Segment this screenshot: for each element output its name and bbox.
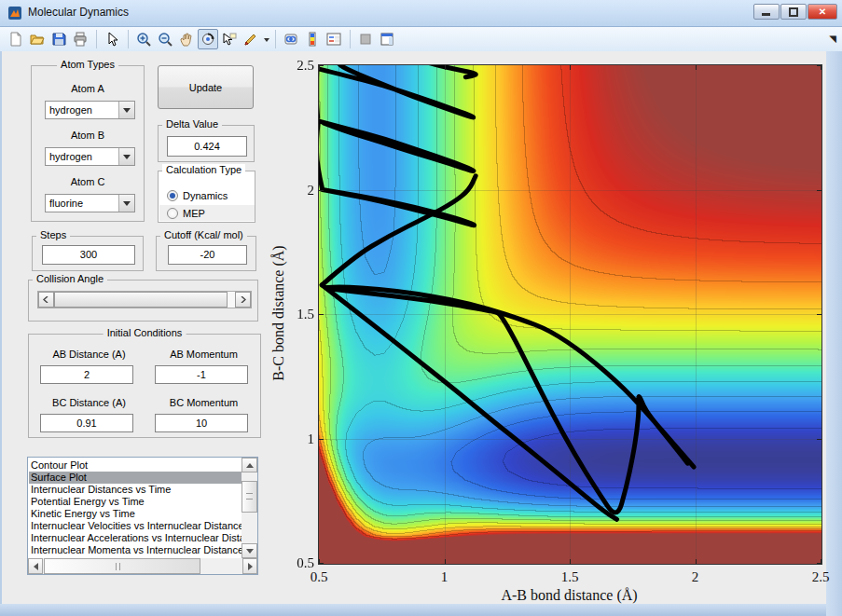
list-item[interactable]: Internuclear Velocities vs Internuclear …	[29, 520, 242, 532]
radio-mep-label: MEP	[183, 208, 205, 219]
init-label-1: AB Momentum	[155, 349, 253, 360]
x-tick-label: 0.5	[308, 569, 330, 585]
slider-left-arrow[interactable]	[38, 292, 54, 308]
delta-value-panel: Delta Value 0.424	[158, 125, 255, 162]
list-item[interactable]: Internuclear Momenta vs Internuclear Dis…	[29, 544, 242, 556]
y-tick-right	[817, 65, 821, 66]
atom-c-dropdown[interactable]: fluorine	[45, 194, 135, 212]
collision-angle-slider[interactable]	[37, 291, 252, 308]
toolbar-separator	[275, 30, 276, 48]
atom-b-label: Atom B	[32, 130, 144, 141]
brush-caret-icon[interactable]	[262, 29, 270, 49]
close-button[interactable]: ✕	[807, 4, 837, 20]
y-axis-label: B-C bond distance (Å)	[270, 245, 287, 380]
vertical-scrollbar[interactable]	[242, 458, 257, 558]
x-tick-top	[570, 65, 571, 70]
plot-area	[318, 64, 822, 565]
initial-conditions-title: Initial Conditions	[104, 327, 186, 338]
list-item[interactable]: Surface Plot	[29, 472, 242, 484]
y-tick-right	[817, 190, 821, 191]
radio-mep[interactable]	[167, 208, 178, 219]
dropdown-arrow-icon[interactable]	[118, 148, 134, 165]
list-item[interactable]: Contour Plot	[29, 459, 242, 472]
atom-b-dropdown[interactable]: hydrogen	[45, 147, 135, 166]
x-tick	[696, 559, 697, 564]
scroll-up-icon[interactable]	[242, 458, 257, 472]
list-item[interactable]: Potential Energy vs Time	[29, 496, 242, 508]
rotate-3d-icon[interactable]	[198, 29, 218, 49]
steps-panel: Steps 300	[32, 236, 144, 271]
x-tick-top	[696, 65, 697, 70]
init-field-2[interactable]: 0.91	[40, 414, 133, 432]
x-tick-label: 1.5	[559, 569, 581, 585]
steps-title: Steps	[36, 229, 70, 240]
slider-right-arrow[interactable]	[235, 292, 251, 308]
insert-legend-icon[interactable]	[324, 29, 344, 49]
cutoff-field[interactable]: -20	[168, 245, 247, 265]
scroll-left-icon[interactable]	[28, 558, 43, 574]
open-file-icon[interactable]	[27, 29, 48, 49]
delta-value-title: Delta Value	[162, 118, 222, 130]
brush-icon[interactable]	[241, 29, 261, 49]
minimize-button[interactable]	[753, 4, 780, 20]
list-item[interactable]: Kinetic Energy vs Time	[29, 508, 242, 520]
plot-type-listbox[interactable]: Contour PlotSurface PlotInternuclear Dis…	[27, 457, 258, 575]
y-tick-right	[817, 314, 821, 315]
collision-angle-title: Collision Angle	[33, 273, 107, 284]
scroll-down-icon[interactable]	[242, 543, 257, 558]
calculation-type-title: Calculation Type	[162, 164, 245, 175]
radio-dynamics-label: Dynamics	[183, 190, 228, 201]
maximize-button[interactable]	[780, 4, 807, 20]
toolbar-separator	[128, 30, 129, 48]
show-plot-tools-icon[interactable]	[377, 29, 397, 49]
radio-dynamics[interactable]	[167, 190, 178, 201]
toolbar-overflow-icon[interactable]: ◥	[829, 34, 836, 44]
save-icon[interactable]	[48, 29, 69, 49]
x-tick	[570, 559, 571, 564]
cutoff-title: Cutoff (Kcal/ mol)	[160, 229, 247, 240]
hide-plot-tools-icon[interactable]	[355, 29, 376, 49]
list-item[interactable]: Internuclear Distances vs Time	[29, 484, 242, 496]
calculation-type-panel: Calculation Type DynamicsMEP	[158, 171, 255, 223]
zoom-in-icon[interactable]	[133, 29, 154, 49]
init-field-3[interactable]: 10	[155, 414, 248, 432]
horizontal-scrollbar[interactable]	[28, 558, 257, 574]
update-button[interactable]: Update	[158, 65, 254, 109]
list-item[interactable]: Internuclear Accelerations vs Internucle…	[29, 532, 242, 544]
vscroll-thumb[interactable]	[242, 481, 257, 513]
x-tick-top	[445, 65, 446, 70]
delta-value-field[interactable]: 0.424	[167, 136, 247, 157]
init-field-0[interactable]: 2	[40, 365, 133, 384]
init-label-0: AB Distance (A)	[40, 349, 138, 360]
scroll-right-icon[interactable]	[242, 558, 257, 574]
data-cursor-icon[interactable]	[219, 29, 240, 49]
cutoff-panel: Cutoff (Kcal/ mol) -20	[156, 236, 256, 271]
atom-types-panel: Atom Types Atom AhydrogenAtom BhydrogenA…	[31, 65, 145, 222]
zoom-out-icon[interactable]	[155, 29, 175, 49]
x-tick	[445, 559, 446, 564]
y-tick	[319, 439, 324, 440]
x-tick-label: 1	[434, 569, 456, 585]
init-field-1[interactable]: -1	[155, 365, 248, 384]
insert-colorbar-icon[interactable]	[302, 29, 323, 49]
atom-a-dropdown[interactable]: hydrogen	[45, 101, 135, 119]
print-icon[interactable]	[70, 29, 90, 49]
y-tick	[319, 314, 324, 315]
dropdown-arrow-icon[interactable]	[118, 195, 134, 212]
title-bar: Molecular Dynamics ✕	[0, 0, 842, 27]
window-bottom-frame	[0, 604, 826, 616]
dropdown-arrow-icon[interactable]	[118, 102, 134, 118]
y-tick-label: 1	[288, 431, 314, 447]
hscroll-thumb[interactable]	[44, 558, 200, 574]
slider-thumb[interactable]	[54, 292, 228, 308]
potential-surface-plot[interactable]	[318, 64, 822, 565]
toolbar-separator	[350, 30, 351, 48]
new-file-icon[interactable]	[6, 29, 26, 49]
x-tick-label: 2	[684, 569, 707, 585]
init-label-3: BC Momentum	[155, 397, 253, 408]
link-plots-icon[interactable]	[281, 29, 301, 49]
pan-icon[interactable]	[176, 29, 197, 49]
steps-field[interactable]: 300	[42, 245, 135, 265]
cursor-icon[interactable]	[102, 29, 122, 49]
y-tick	[319, 190, 324, 191]
